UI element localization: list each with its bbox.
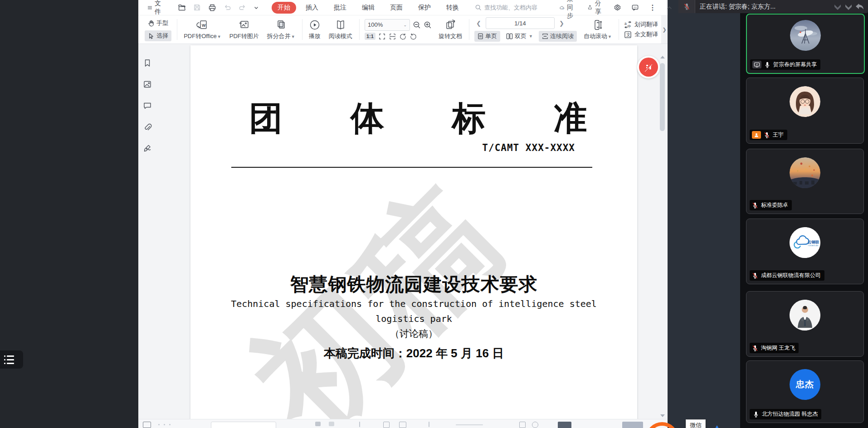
status-icon[interactable] [532, 422, 538, 428]
tab-protect[interactable]: 保护 [412, 2, 437, 14]
single-page-button[interactable]: 单页 [474, 31, 500, 42]
status-icon[interactable] [383, 422, 390, 428]
hand-tool-button[interactable]: 手型 [145, 18, 171, 29]
chevron-down-icon: ⌄ [403, 23, 407, 27]
divider [359, 422, 360, 427]
pdf-to-image-button[interactable]: PDF转图片 [225, 15, 263, 44]
banner-controls[interactable] [833, 2, 868, 12]
status-icon[interactable] [329, 422, 334, 426]
signature-icon[interactable] [143, 144, 152, 153]
participant-tile[interactable]: 云钢联 YUNGANGLIAN 成都云钢联物流有限公司 [746, 219, 864, 284]
file-menu-label: 文件 [155, 0, 163, 16]
pdf-to-office-button[interactable]: W PDF转Office▼ [180, 15, 225, 44]
play-button[interactable]: 播放 [305, 15, 325, 44]
status-button[interactable] [622, 422, 643, 428]
status-icon[interactable] [519, 422, 526, 428]
self-mute-button[interactable] [678, 0, 695, 13]
rotate-left-button[interactable] [399, 33, 407, 40]
share-button[interactable]: 分享 [585, 0, 605, 17]
avatar-initials: 忠杰 [796, 379, 814, 390]
vertical-scrollbar[interactable] [660, 44, 665, 419]
participant-tile[interactable]: 标准委陈卓 [746, 149, 864, 214]
auto-scroll-button[interactable]: 自动滚动▼ [580, 15, 616, 44]
screen: 文件 开始 插入 批注 编辑 [0, 0, 868, 428]
tab-home[interactable]: 开始 [272, 2, 296, 14]
select-tool-label: 选择 [156, 32, 168, 40]
read-mode-button[interactable]: 阅读模式 [325, 15, 356, 44]
businessman-avatar-image [790, 300, 820, 331]
prev-page-button[interactable]: ❮ [474, 20, 483, 27]
tab-comment[interactable]: 批注 [328, 2, 352, 14]
status-icon[interactable] [399, 422, 406, 428]
pdf-page: 初稿 团体标准 T/CAMT XXX-XXXX 智慧钢铁物流园建设技术要求 Te… [190, 45, 637, 419]
full-translate-button[interactable]: 文 全文翻译 [624, 30, 665, 39]
select-tool-button[interactable]: 选择 [145, 30, 171, 41]
logo-text: 云钢联 [808, 240, 819, 244]
tab-page[interactable]: 页面 [384, 2, 409, 14]
settings-button[interactable] [612, 2, 623, 13]
attachment-icon[interactable] [143, 122, 152, 131]
fit-width-button[interactable] [389, 33, 396, 40]
scroll-up-arrow[interactable] [660, 56, 665, 58]
share-label: 分享 [595, 0, 604, 16]
comment-icon[interactable] [143, 101, 152, 110]
more-options-button[interactable]: ⋮ [647, 2, 658, 13]
participant-tile[interactable]: 忠杰 北方恒达物流园 韩忠杰 [746, 360, 864, 423]
next-page-button[interactable]: ❯ [557, 20, 566, 27]
pdf-tool-badge[interactable] [637, 56, 660, 78]
tab-insert[interactable]: 插入 [300, 2, 324, 14]
undo-button[interactable] [222, 2, 233, 13]
participant-tile[interactable]: 淘钢网 王龙飞 [746, 291, 864, 357]
word-translate-label: 划词翻译 [634, 20, 658, 29]
bookmark-icon[interactable] [143, 58, 152, 68]
tab-edit[interactable]: 编辑 [356, 2, 380, 14]
image-icon[interactable] [143, 80, 152, 89]
zoom-level-value: 100% [368, 21, 383, 28]
share-icon [587, 4, 593, 11]
list-icon [4, 363, 23, 364]
tab-convert[interactable]: 转换 [440, 2, 465, 14]
dropdown-arrow-icon: ▼ [529, 34, 533, 39]
play-icon [309, 19, 321, 31]
avatar [790, 157, 820, 188]
status-slider[interactable] [456, 424, 483, 425]
participant-name: 北方恒达物流园 韩忠杰 [762, 410, 818, 418]
feedback-button[interactable] [629, 2, 641, 13]
page-indicator[interactable]: 1/14 [486, 17, 555, 29]
actual-size-button[interactable]: 1:1 [365, 33, 375, 40]
quick-access-dropdown[interactable] [252, 4, 261, 12]
collapse-toolbar-button[interactable] [664, 3, 674, 12]
open-file-button[interactable] [176, 2, 188, 13]
zoom-level-select[interactable]: 100% ⌄ [365, 19, 410, 31]
zoom-out-button[interactable] [413, 21, 421, 29]
overlay-chevron-icon [833, 2, 843, 12]
participant-tile[interactable]: 贺宗春的屏幕共享 [746, 14, 865, 74]
rotate-document-button[interactable]: 旋转文档 [434, 15, 466, 44]
scrollbar-thumb[interactable] [660, 63, 665, 131]
status-button[interactable] [558, 422, 571, 428]
fit-page-button[interactable] [378, 33, 386, 40]
status-input[interactable] [211, 422, 276, 428]
toolbar-expand-button[interactable]: ❯ [661, 15, 668, 44]
save-button[interactable] [191, 2, 203, 13]
status-icon[interactable] [315, 422, 321, 426]
zoom-in-button[interactable] [424, 21, 432, 29]
split-merge-button[interactable]: 拆分合并▼ [263, 15, 299, 44]
scroll-down-arrow[interactable] [660, 414, 665, 417]
floating-list-button[interactable] [0, 350, 23, 369]
status-icon[interactable] [143, 422, 151, 428]
search-input[interactable]: 查找功能、文档内容 [475, 4, 554, 12]
participant-tile[interactable]: 王宇 [746, 78, 864, 144]
main-menu-button[interactable]: 文件 [146, 0, 165, 17]
search-placeholder: 查找功能、文档内容 [484, 4, 537, 12]
rotate-right-button[interactable] [410, 33, 417, 40]
redo-button[interactable] [237, 2, 248, 13]
dropdown-arrow-icon: ▼ [217, 34, 221, 39]
print-button[interactable] [206, 2, 218, 13]
continuous-read-button[interactable]: 连续阅读 [539, 31, 577, 42]
avatar [790, 300, 820, 331]
double-page-button[interactable]: 双页 ▼ [503, 31, 536, 42]
word-translate-button[interactable]: a中 划词翻译 [624, 20, 665, 29]
document-title-en-line1: Technical specifications for the constru… [190, 298, 637, 309]
cursor-icon [148, 33, 155, 39]
